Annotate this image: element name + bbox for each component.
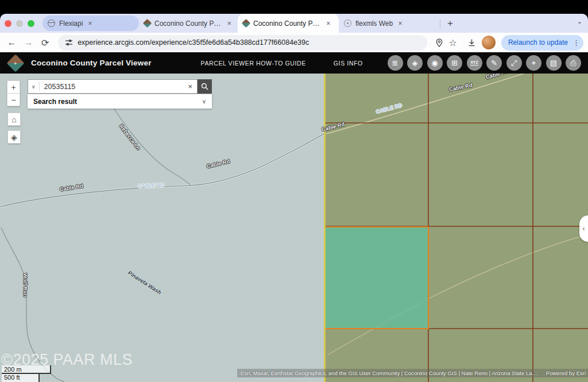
close-window-button[interactable] [5, 20, 11, 27]
profile-avatar[interactable] [482, 36, 496, 49]
chevron-down-icon: ∨ [202, 98, 206, 105]
widget-toolbar: ≣ ◈ ◉ ⊞ XYZ ✎ ⤢ ⌖ ▤ ⎙ [388, 55, 582, 71]
map-overlay-graphics [0, 74, 588, 382]
scale-metric: 200 m [2, 365, 51, 374]
scale-bar: 200 m 500 ft [2, 365, 51, 382]
search-widget: ∨ × Search result ∨ [28, 79, 212, 109]
search-box[interactable]: ∨ × [28, 79, 198, 94]
app-title: Coconino County Parcel Viewer [31, 59, 152, 67]
swipe-divider[interactable] [324, 74, 326, 382]
tab-search-chevron-icon[interactable]: ⌄ [577, 18, 582, 25]
browser-tab-bar: Flexiapi × Coconino County Parcel View ×… [0, 14, 588, 33]
back-button[interactable]: ← [5, 37, 19, 48]
download-icon[interactable] [467, 38, 476, 47]
scale-imperial: 500 ft [2, 374, 40, 382]
map-label-wolf-run: Wolf Run [22, 273, 29, 298]
relaunch-label: Relaunch to update [508, 38, 568, 47]
basemap-icon[interactable]: ◉ [427, 55, 443, 71]
search-source-chevron-icon[interactable]: ∨ [28, 82, 40, 91]
road-cable-rd-right [326, 74, 524, 134]
window-controls[interactable] [0, 20, 40, 27]
link-howto-guide[interactable]: PARCEL VIEWER HOW-TO GUIDE [201, 60, 306, 67]
road-casing-cable-rd-left [0, 133, 325, 207]
browser-toolbar: ← → ⟳ experience.arcgis.com/experience/c… [0, 33, 588, 52]
home-button[interactable]: ⌂ [7, 113, 21, 126]
tab-title: flexmls Web [355, 20, 393, 28]
reload-button[interactable]: ⟳ [38, 37, 52, 48]
draw-icon[interactable]: ✎ [486, 55, 502, 71]
select-icon[interactable]: ⌖ [526, 55, 541, 71]
measure-icon[interactable]: ⤢ [506, 55, 522, 71]
powered-by-esri: Powered by Esri [546, 370, 586, 376]
coconino-favicon [143, 19, 152, 28]
close-icon[interactable]: × [87, 19, 94, 28]
toolbar-right-icons: ☆ Relaunch to update ⋮ [435, 35, 583, 51]
browser-menu-icon[interactable]: ⋮ [572, 38, 580, 47]
panel-collapse-toggle[interactable]: ‹ [579, 215, 588, 242]
close-icon[interactable]: × [226, 19, 233, 28]
relaunch-to-update-button[interactable]: Relaunch to update ⋮ [501, 35, 583, 51]
coconino-favicon [242, 19, 251, 28]
print-icon[interactable]: ⎙ [566, 55, 581, 71]
circle-pin-icon [344, 20, 351, 27]
url-text[interactable]: experience.arcgis.com/experience/c35f5fe… [78, 38, 309, 47]
selected-parcel-highlight[interactable] [325, 227, 428, 329]
layers-icon[interactable]: ◈ [407, 55, 423, 71]
tab-flexmls[interactable]: flexmls Web × [339, 16, 438, 31]
road-cable-rd-left [0, 133, 325, 207]
tab-coconino-1[interactable]: Coconino County Parcel View × [139, 16, 238, 31]
search-result-dropdown[interactable]: Search result ∨ [28, 94, 212, 109]
attribution-sources: Esri, Maxar, Earthstar Geographics, and … [241, 370, 538, 376]
close-icon[interactable]: × [325, 19, 332, 28]
link-gis-info[interactable]: GIS INFO [334, 60, 363, 67]
header-links: PARCEL VIEWER HOW-TO GUIDE GIS INFO [201, 60, 363, 67]
search-button[interactable] [198, 79, 212, 94]
minimize-window-button[interactable] [16, 20, 23, 27]
legend-icon[interactable]: ≣ [388, 55, 403, 71]
search-icon [201, 83, 208, 90]
zoom-out-button[interactable]: − [7, 93, 20, 106]
tab-coconino-2-active[interactable]: Coconino County Parcel View × [238, 14, 339, 33]
globe-icon [48, 20, 55, 27]
clear-search-icon[interactable]: × [183, 82, 197, 91]
address-bar[interactable]: experience.arcgis.com/experience/c35f5fe… [58, 35, 427, 51]
maximize-window-button[interactable] [28, 20, 34, 27]
location-pin-icon[interactable] [435, 38, 443, 47]
close-icon[interactable]: × [397, 19, 404, 28]
tab-title: Coconino County Parcel View [253, 20, 321, 28]
site-settings-icon[interactable] [65, 38, 73, 47]
zoom-in-button[interactable]: + [7, 80, 20, 94]
coconino-county-logo: + [6, 54, 24, 72]
report-icon[interactable]: ▤ [546, 55, 562, 71]
road-rebecca-ln [113, 106, 191, 186]
tab-separator [440, 19, 440, 28]
search-result-label: Search result [33, 98, 77, 106]
new-tab-button[interactable]: + [443, 18, 458, 29]
search-input[interactable] [40, 83, 184, 91]
locate-button[interactable]: ◈ [7, 130, 21, 144]
tab-title: Flexiapi [59, 20, 83, 28]
apps-grid-icon[interactable]: ⊞ [447, 55, 462, 71]
app-header: + Coconino County Parcel Viewer PARCEL V… [0, 52, 588, 74]
tab-title: Coconino County Parcel View [154, 20, 222, 28]
forward-button[interactable]: → [21, 37, 36, 48]
tab-flexiapi[interactable]: Flexiapi × [42, 16, 139, 31]
bookmark-star-icon[interactable]: ☆ [449, 37, 457, 48]
screen-top-strip [0, 0, 588, 14]
coordinates-icon[interactable]: XYZ [467, 55, 482, 71]
map-view[interactable]: Rebecca Ln Cable Rd CABLE RD Cable Rd Wo… [0, 74, 588, 382]
map-attribution: Esri, Maxar, Earthstar Geographics, and … [237, 369, 588, 377]
